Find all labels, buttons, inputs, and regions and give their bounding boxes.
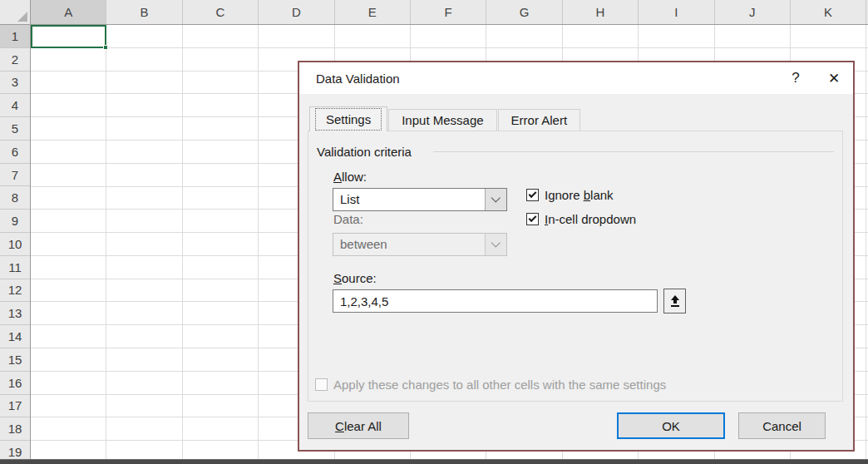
column-header-I[interactable]: I <box>639 0 714 24</box>
allow-combobox[interactable]: List <box>333 188 507 211</box>
column-header-G[interactable]: G <box>486 0 562 24</box>
data-validation-dialog: Data Validation ? ✕ Settings Input Messa… <box>298 61 855 452</box>
select-all-button[interactable] <box>0 0 31 25</box>
row-header-18[interactable]: 18 <box>0 417 30 441</box>
tab-error-alert[interactable]: Error Alert <box>498 109 581 131</box>
collapse-dialog-icon <box>669 294 681 308</box>
row-header-13[interactable]: 13 <box>0 302 30 325</box>
dialog-title: Data Validation <box>299 72 777 86</box>
row-header-12[interactable]: 12 <box>0 279 30 303</box>
source-label: Source: <box>333 271 377 285</box>
chevron-down-icon <box>491 238 500 247</box>
row-header-14[interactable]: 14 <box>0 325 30 348</box>
row-header-9[interactable]: 9 <box>0 210 30 233</box>
close-icon: ✕ <box>828 70 840 87</box>
column-header-C[interactable]: C <box>183 0 259 24</box>
fill-handle[interactable] <box>103 45 108 50</box>
column-header-F[interactable]: F <box>411 0 486 24</box>
ignore-blank-box[interactable] <box>526 189 539 201</box>
row-header-6[interactable]: 6 <box>0 141 30 164</box>
row-header-4[interactable]: 4 <box>0 94 30 117</box>
row-header-7[interactable]: 7 <box>0 164 30 187</box>
checkmark-icon <box>529 214 537 222</box>
row-header-3[interactable]: 3 <box>0 72 30 95</box>
source-input[interactable] <box>333 289 658 313</box>
column-header-E[interactable]: E <box>335 0 411 24</box>
column-header-B[interactable]: B <box>106 0 182 24</box>
clear-all-button[interactable]: Clear All <box>308 412 409 439</box>
chevron-down-icon <box>491 193 500 202</box>
row-header-column: 12345678910111213141516171819 <box>0 25 31 464</box>
tabstrip: Settings Input Message Error Alert <box>309 106 581 131</box>
help-icon: ? <box>792 70 799 86</box>
selected-cell-A1[interactable] <box>31 25 106 48</box>
row-header-15[interactable]: 15 <box>0 348 30 372</box>
tab-error-alert-label: Error Alert <box>511 113 568 127</box>
clear-all-label: Clear All <box>335 419 382 433</box>
row-header-1[interactable]: 1 <box>0 25 30 48</box>
tab-settings-label: Settings <box>315 108 382 131</box>
collapse-dialog-button[interactable] <box>663 289 686 313</box>
incell-dropdown-box[interactable] <box>526 213 539 225</box>
row-header-2[interactable]: 2 <box>0 48 30 72</box>
incell-dropdown-checkbox[interactable]: In-cell dropdown <box>526 212 636 226</box>
validation-criteria-group-label: Validation criteria <box>317 145 412 159</box>
incell-dropdown-label: In-cell dropdown <box>545 212 636 226</box>
column-header-K[interactable]: K <box>791 0 866 24</box>
ignore-blank-checkbox[interactable]: Ignore blank <box>526 188 614 202</box>
row-header-8[interactable]: 8 <box>0 186 30 210</box>
column-header-A[interactable]: A <box>31 0 106 24</box>
ignore-blank-label: Ignore blank <box>545 188 614 202</box>
data-dropdown-button <box>485 234 506 255</box>
help-button[interactable]: ? <box>777 62 815 94</box>
group-divider <box>433 151 834 152</box>
close-button[interactable]: ✕ <box>815 62 853 94</box>
row-header-10[interactable]: 10 <box>0 233 30 256</box>
cancel-button[interactable]: Cancel <box>738 412 826 439</box>
select-all-triangle-icon <box>17 12 27 22</box>
row-header-11[interactable]: 11 <box>0 256 30 279</box>
column-header-J[interactable]: J <box>715 0 791 24</box>
settings-tab-page: Validation criteria Allow: List Ignore b… <box>308 131 843 402</box>
row-header-5[interactable]: 5 <box>0 117 30 141</box>
data-label: Data: <box>333 212 363 226</box>
window-bottom-edge <box>0 459 868 464</box>
tab-input-message[interactable]: Input Message <box>388 109 496 131</box>
cancel-label: Cancel <box>762 419 801 433</box>
allow-value: List <box>340 192 359 206</box>
apply-changes-box <box>315 378 328 391</box>
apply-changes-checkbox: Apply these changes to all other cells w… <box>315 378 666 392</box>
data-value: between <box>340 237 387 251</box>
column-header-D[interactable]: D <box>259 0 334 24</box>
row-header-16[interactable]: 16 <box>0 372 30 395</box>
apply-changes-label: Apply these changes to all other cells w… <box>333 378 666 392</box>
checkmark-icon <box>529 190 537 198</box>
row-header-17[interactable]: 17 <box>0 395 30 418</box>
column-header-H[interactable]: H <box>563 0 639 24</box>
data-combobox: between <box>333 233 507 256</box>
column-header-row: ABCDEFGHIJK <box>31 0 868 25</box>
allow-dropdown-button[interactable] <box>485 189 506 210</box>
ok-button[interactable]: OK <box>617 412 725 439</box>
ok-label: OK <box>662 419 680 433</box>
dialog-titlebar[interactable]: Data Validation ? ✕ <box>299 62 853 94</box>
tab-settings[interactable]: Settings <box>309 106 387 131</box>
allow-label: Allow: <box>333 170 367 184</box>
tab-input-message-label: Input Message <box>402 113 483 127</box>
